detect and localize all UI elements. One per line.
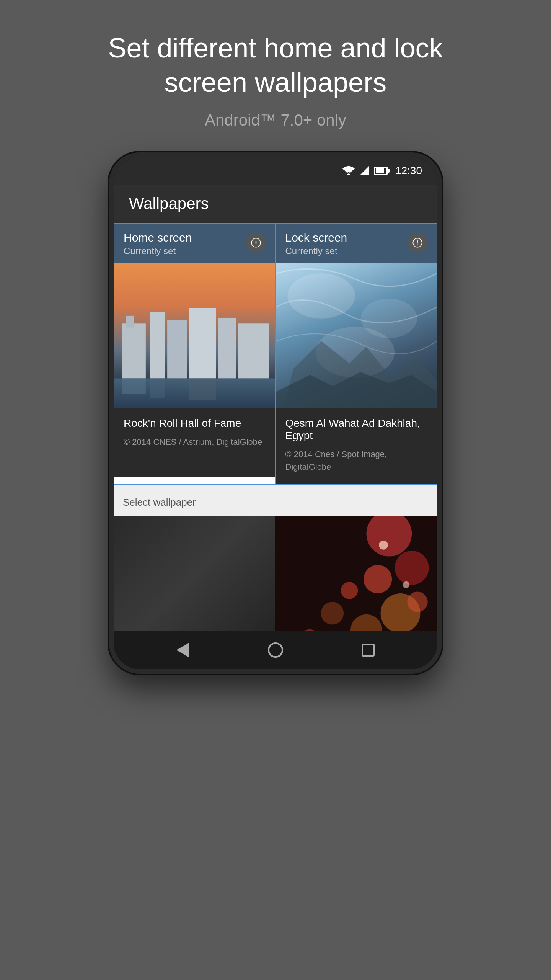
lock-screen-title: Lock screen	[285, 231, 347, 244]
app-bar-title: Wallpapers	[129, 194, 209, 213]
svg-point-26	[395, 551, 429, 585]
lock-screen-card[interactable]: Lock screen Currently set	[276, 223, 438, 485]
home-screen-compass-icon	[246, 233, 266, 253]
home-screen-image	[114, 263, 275, 408]
svg-rect-14	[122, 379, 145, 394]
svg-point-0	[347, 173, 350, 175]
svg-rect-9	[167, 320, 187, 378]
lock-screen-subtitle: Currently set	[285, 246, 347, 256]
svg-point-32	[321, 602, 344, 624]
status-bar: 12:30	[114, 157, 437, 185]
svg-rect-8	[150, 312, 165, 379]
home-screen-wallpaper-credit: © 2014 CNES / Astrium, DigitalGlobe	[124, 436, 266, 448]
recent-button[interactable]	[359, 640, 378, 660]
select-label: Select wallpaper	[123, 497, 196, 508]
select-section: Select wallpaper	[114, 485, 437, 516]
svg-point-27	[364, 565, 392, 593]
svg-point-30	[341, 582, 358, 599]
lock-screen-card-header: Lock screen Currently set	[276, 224, 437, 263]
subtitle: Android™ 7.0+ only	[77, 111, 474, 129]
app-bar: Wallpapers	[114, 185, 437, 223]
gallery-item-bokeh[interactable]	[276, 516, 437, 631]
home-screen-card-text: Home screen Currently set	[124, 231, 192, 256]
home-screen-info: Rock'n Roll Hall of Fame © 2014 CNES / A…	[114, 408, 275, 477]
gallery-grid	[114, 516, 437, 631]
glacier-svg	[276, 263, 437, 408]
home-screen-card[interactable]: Home screen Currently set	[114, 223, 276, 485]
recent-square-icon	[362, 644, 375, 657]
svg-rect-7	[126, 316, 134, 328]
svg-rect-6	[122, 323, 145, 378]
header-section: Set different home and lock screen wallp…	[0, 0, 551, 152]
lock-screen-wallpaper-name: Qesm Al Wahat Ad Dakhlah, Egypt	[285, 417, 428, 442]
svg-point-21	[287, 273, 355, 318]
home-screen-wallpaper-name: Rock'n Roll Hall of Fame	[124, 417, 266, 430]
current-wallpapers: Home screen Currently set	[114, 223, 437, 485]
city-skyline-svg	[114, 263, 275, 408]
svg-rect-15	[150, 379, 165, 398]
lock-screen-card-text: Lock screen Currently set	[285, 231, 347, 256]
home-screen-card-header: Home screen Currently set	[114, 224, 275, 263]
svg-marker-1	[360, 166, 369, 175]
home-screen-title: Home screen	[124, 231, 192, 244]
content-area: Home screen Currently set	[114, 223, 437, 631]
gallery-item-dark[interactable]	[114, 516, 276, 631]
signal-icon	[359, 166, 369, 175]
svg-point-34	[379, 541, 388, 550]
svg-rect-10	[189, 308, 216, 378]
time-display: 12:30	[395, 165, 422, 177]
svg-rect-16	[189, 379, 216, 400]
lock-screen-info: Qesm Al Wahat Ad Dakhlah, Egypt © 2014 C…	[276, 408, 437, 484]
phone-frame: 12:30 Wallpapers Home screen Currently s…	[109, 152, 442, 674]
home-circle-icon	[268, 642, 283, 658]
lock-screen-wallpaper-credit: © 2014 Cnes / Spot Image, DigitalGlobe	[285, 448, 428, 473]
bokeh-svg	[276, 516, 437, 631]
battery-icon	[374, 167, 388, 175]
home-button[interactable]	[266, 640, 285, 660]
lock-screen-compass-icon	[408, 233, 427, 253]
svg-point-35	[403, 581, 409, 588]
status-icons: 12:30	[342, 165, 422, 177]
home-screen-subtitle: Currently set	[124, 246, 192, 256]
wifi-icon	[342, 166, 355, 175]
nav-bar	[114, 631, 437, 669]
main-title: Set different home and lock screen wallp…	[77, 31, 474, 100]
back-triangle-icon	[176, 642, 189, 658]
svg-rect-12	[238, 323, 269, 378]
lock-screen-image	[276, 263, 437, 408]
svg-rect-11	[218, 318, 236, 379]
back-button[interactable]	[173, 640, 192, 660]
svg-point-31	[407, 591, 427, 612]
